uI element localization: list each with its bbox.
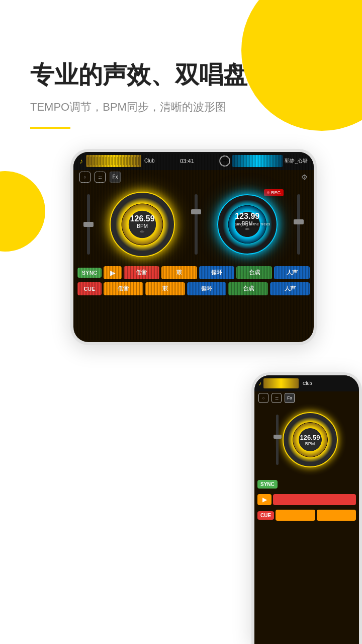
left-turntable-center: 126.59 BPM ✏ <box>130 214 155 234</box>
phone2-waveform <box>263 378 299 388</box>
right-fader[interactable] <box>297 194 300 255</box>
phone2-track-name: Club <box>303 381 312 386</box>
rec-badge: REC <box>264 189 284 196</box>
phone2-pad-2[interactable] <box>276 510 315 521</box>
phone2-loop-btn[interactable]: ○ <box>258 393 268 403</box>
phone-main: ♪ Club 03:41 〜 郭静_心墙 ○ ⚌ Fx <box>70 149 317 345</box>
left-fader[interactable] <box>87 194 90 255</box>
phone2-music-icon: ♪ <box>258 380 261 387</box>
dj-turntables-section: 126.59 BPM ✏ REC <box>73 184 314 265</box>
phone2-bpm-value: 126.59 <box>300 434 320 441</box>
right-turntable-overlay: Singing in the Trees <box>234 222 270 226</box>
phone2-fader-handle[interactable] <box>274 435 282 439</box>
phone2-btn-row-3: CUE <box>257 508 356 522</box>
rec-dot-icon <box>267 191 269 194</box>
phone2-topbar: ♪ Club <box>254 375 359 391</box>
phone2-bass-pad[interactable] <box>273 494 356 505</box>
page-container: 专业的声效、双唱盘 TEMPO调节，BPM同步，清晰的波形图 ♪ Club <box>0 0 362 644</box>
phone2-turntable-area: 126.59 BPM <box>254 405 359 475</box>
phone-second-screen: ♪ Club ○ ⚌ Fx 126.59 BPM <box>254 375 359 644</box>
center-fader[interactable] <box>195 194 198 255</box>
left-bpm-label: BPM <box>130 223 155 229</box>
dj-screen: ♪ Club 03:41 〜 郭静_心墙 ○ ⚌ Fx <box>73 152 314 342</box>
phone2-btn-row-2: ▶ <box>257 493 356 507</box>
phone2-controls: ○ ⚌ Fx <box>254 391 359 405</box>
phone2-pad-3[interactable] <box>317 510 356 521</box>
phone2-play-button[interactable]: ▶ <box>257 494 272 505</box>
rec-label: REC <box>271 190 281 195</box>
phone2-eq-btn[interactable]: ⚌ <box>272 393 282 403</box>
phone-power-btn[interactable] <box>314 207 316 232</box>
left-turntable[interactable]: 126.59 BPM ✏ <box>110 192 175 257</box>
dj-topbar: ♪ Club 03:41 〜 郭静_心墙 <box>73 152 314 170</box>
phone2-turntable[interactable]: 126.59 BPM <box>283 412 338 467</box>
right-waveform <box>232 155 283 167</box>
phone2-turntable-center: 126.59 BPM <box>300 434 320 446</box>
right-fader-handle[interactable] <box>294 219 304 224</box>
phone-second: ♪ Club ○ ⚌ Fx 126.59 BPM <box>251 372 362 644</box>
phone2-btn-row-1: SYNC <box>257 477 356 491</box>
right-track-info: 〜 郭静_心墙 <box>219 155 308 167</box>
center-fader-handle[interactable] <box>191 209 201 214</box>
left-bpm-value: 126.59 <box>130 214 155 223</box>
right-bpm-value: 123.99 <box>229 212 265 221</box>
phone2-cue-button[interactable]: CUE <box>257 511 274 520</box>
divider-line <box>30 127 70 129</box>
phone-mockup-container: ♪ Club 03:41 〜 郭静_心墙 ○ ⚌ Fx <box>0 149 362 365</box>
edit-icon-right: ✏ <box>229 226 265 232</box>
left-fader-handle[interactable] <box>83 222 94 227</box>
phone2-bpm-label: BPM <box>300 441 320 446</box>
right-turntable-center: 123.99 BPM ✏ Singing in the Trees <box>229 212 265 236</box>
phone2-fx-btn[interactable]: Fx <box>285 393 295 403</box>
phone2-btn-rows: SYNC ▶ CUE <box>254 475 359 526</box>
phone2-fader[interactable] <box>276 415 279 465</box>
right-turntable[interactable]: 123.99 BPM ✏ Singing in the Trees <box>217 194 278 255</box>
edit-icon: ✏ <box>130 229 155 234</box>
phone2-sync-button[interactable]: SYNC <box>257 480 278 489</box>
